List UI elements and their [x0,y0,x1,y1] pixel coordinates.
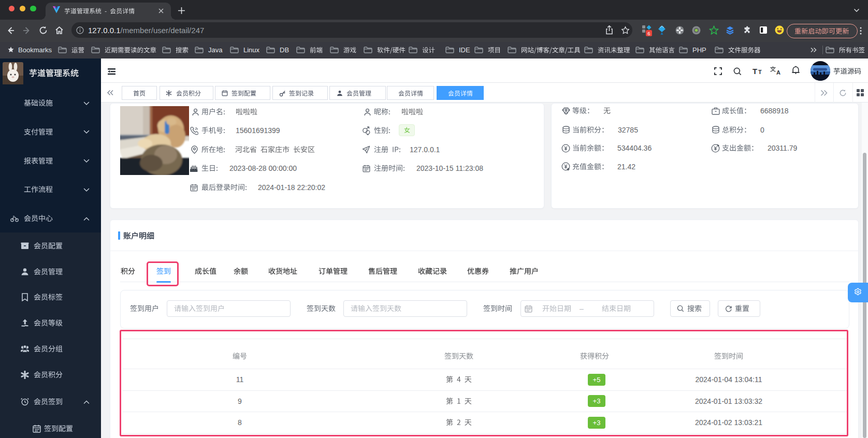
svg-text:6: 6 [647,31,650,36]
